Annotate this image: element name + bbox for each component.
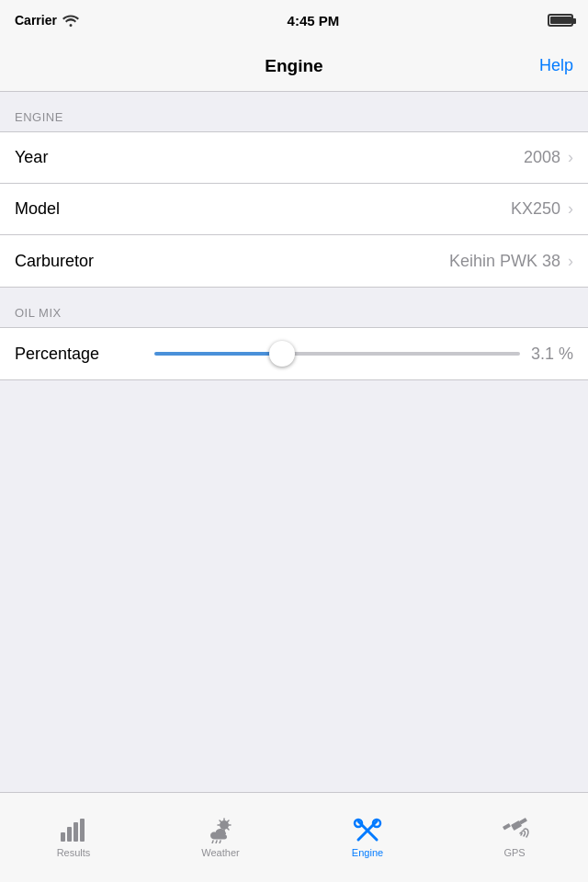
tab-gps[interactable]: GPS	[441, 793, 588, 882]
percentage-value: 3.1 %	[531, 345, 573, 364]
battery-icon	[548, 14, 573, 27]
engine-tab-label: Engine	[352, 847, 383, 858]
year-label: Year	[15, 148, 48, 167]
carburetor-value: Keihin PWK 38	[449, 252, 560, 271]
svg-rect-0	[61, 832, 65, 842]
slider-container	[154, 352, 520, 356]
tab-results[interactable]: Results	[0, 793, 147, 882]
tab-engine[interactable]: Engine	[294, 793, 441, 882]
carburetor-label: Carburetor	[15, 252, 94, 271]
model-value: KX250	[511, 199, 560, 219]
svg-line-13	[216, 841, 217, 843]
svg-rect-3	[80, 819, 85, 842]
percentage-label: Percentage	[15, 345, 143, 364]
tab-bar: Results Weather	[0, 792, 588, 882]
carburetor-chevron: ›	[568, 252, 573, 271]
tab-weather[interactable]: Weather	[147, 793, 294, 882]
svg-rect-20	[503, 823, 511, 830]
weather-icon	[204, 818, 237, 843]
engine-icon	[351, 818, 384, 843]
year-row[interactable]: Year 2008 ›	[0, 132, 588, 184]
model-value-container: KX250 ›	[511, 199, 573, 219]
svg-line-11	[228, 820, 229, 821]
model-chevron: ›	[568, 199, 573, 219]
nav-bar: Engine Help	[0, 40, 588, 92]
main-content: ENGINE Year 2008 › Model KX250 › Carbure…	[0, 92, 588, 792]
svg-rect-2	[74, 822, 78, 842]
svg-rect-1	[67, 827, 72, 842]
year-chevron: ›	[568, 148, 573, 167]
status-right	[548, 14, 573, 27]
oil-mix-table: Percentage 3.1 %	[0, 327, 588, 380]
carrier-label: Carrier	[15, 13, 57, 28]
percentage-row: Percentage 3.1 %	[0, 328, 588, 379]
slider-track[interactable]	[154, 352, 520, 356]
model-row[interactable]: Model KX250 ›	[0, 184, 588, 235]
status-time: 4:45 PM	[288, 13, 340, 28]
slider-thumb[interactable]	[269, 341, 295, 367]
svg-line-12	[212, 841, 213, 843]
wifi-icon	[62, 14, 79, 27]
results-tab-label: Results	[57, 847, 91, 858]
status-left: Carrier	[15, 13, 79, 28]
carburetor-value-container: Keihin PWK 38 ›	[449, 252, 573, 271]
model-label: Model	[15, 199, 60, 219]
oil-mix-section-header: OIL MIX	[0, 288, 588, 327]
page-title: Engine	[265, 56, 322, 76]
engine-section-header: ENGINE	[0, 92, 588, 131]
year-value-container: 2008 ›	[524, 148, 573, 167]
year-value: 2008	[524, 148, 560, 167]
help-button[interactable]: Help	[539, 56, 573, 75]
engine-table: Year 2008 › Model KX250 › Carburetor Kei…	[0, 131, 588, 288]
status-bar: Carrier 4:45 PM	[0, 0, 588, 40]
svg-line-9	[220, 820, 220, 821]
svg-line-10	[228, 828, 229, 829]
carburetor-row[interactable]: Carburetor Keihin PWK 38 ›	[0, 235, 588, 287]
svg-line-14	[220, 841, 220, 843]
gps-tab-label: GPS	[503, 847, 525, 858]
results-icon	[59, 818, 88, 843]
gps-icon	[498, 818, 531, 843]
weather-tab-label: Weather	[201, 847, 239, 858]
